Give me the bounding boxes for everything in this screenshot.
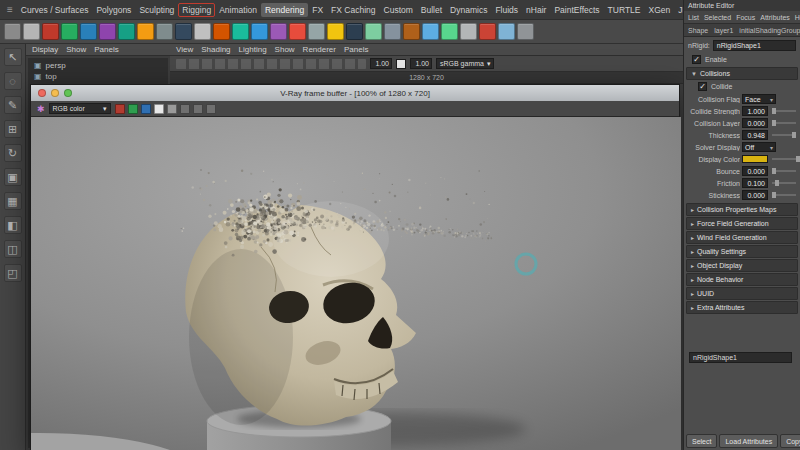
shelf-tool-icon[interactable] (441, 23, 458, 40)
render-view-toolbar-icons[interactable] (176, 59, 366, 69)
bounce-field[interactable]: 0.000 (742, 166, 768, 176)
shelf-tab[interactable]: FX Caching (327, 3, 379, 17)
stickiness-field[interactable]: 0.000 (742, 190, 768, 200)
shelf-tool-icon[interactable] (213, 23, 230, 40)
outliner-menu-item[interactable]: Show (66, 45, 86, 54)
shelf-tool-icon[interactable] (517, 23, 534, 40)
ae-section-header[interactable]: ▸ UUID (686, 287, 798, 300)
channel-dropdown[interactable]: RGB color ▾ (49, 103, 111, 114)
ae-section-header[interactable]: ▸ Extra Attributes (686, 301, 798, 314)
render-view-menu-item[interactable]: Lighting (239, 45, 267, 54)
layout-two-pane-icon[interactable]: ◧ (4, 216, 22, 234)
shelf-tool-icon[interactable] (99, 23, 116, 40)
ae-tab[interactable]: initialShadingGroup (739, 27, 800, 34)
shelf-tab[interactable]: Curves / Surfaces (17, 3, 93, 17)
green-channel-icon[interactable] (128, 104, 138, 114)
shelf-tool-icon[interactable] (498, 23, 515, 40)
shelf-tool-icon[interactable] (346, 23, 363, 40)
layout-four-pane-icon[interactable]: ◰ (4, 264, 22, 282)
shelf-tool-icon[interactable] (365, 23, 382, 40)
shelf-tool-icon[interactable] (327, 23, 344, 40)
enable-checkbox[interactable]: ✓ (692, 55, 701, 64)
lasso-tool-icon[interactable]: ◌ (4, 72, 22, 90)
outliner-menu-item[interactable]: Display (32, 45, 58, 54)
ae-menu-item[interactable]: Attributes (760, 14, 790, 21)
ae-menu-item[interactable]: Focus (736, 14, 755, 21)
save-image-icon[interactable] (180, 104, 190, 114)
alpha-channel-icon[interactable] (154, 104, 164, 114)
blue-channel-icon[interactable] (141, 104, 151, 114)
display-color-slider[interactable] (770, 154, 798, 164)
friction-field[interactable]: 0.100 (742, 178, 768, 188)
shelf-tool-icon[interactable] (460, 23, 477, 40)
thickness-slider[interactable] (770, 130, 798, 140)
collisions-section-header[interactable]: ▼ Collisions (686, 67, 798, 80)
collide-strength-slider[interactable] (770, 106, 798, 116)
shelf-tab[interactable]: XGen (645, 3, 675, 17)
paint-select-tool-icon[interactable]: ✎ (4, 96, 22, 114)
layout-split-icon[interactable]: ◫ (4, 240, 22, 258)
collide-strength-field[interactable]: 1.000 (742, 106, 768, 116)
select-tool-icon[interactable]: ↖ (4, 48, 22, 66)
shelf-tool-icon[interactable] (4, 23, 21, 40)
ae-button[interactable]: Select (686, 434, 717, 448)
ae-menu-item[interactable]: Selected (704, 14, 731, 21)
shelf-tool-icon[interactable] (61, 23, 78, 40)
friction-slider[interactable] (770, 178, 798, 188)
shelf-tool-icon[interactable] (118, 23, 135, 40)
shelf-tab[interactable]: FX (308, 3, 327, 17)
shelf-tab[interactable]: TURTLE (604, 3, 645, 17)
outliner-item[interactable]: ▣ persp (28, 60, 168, 71)
thickness-field[interactable]: 0.948 (742, 130, 768, 140)
menu-icon[interactable]: ≡ (3, 4, 17, 15)
ae-section-header[interactable]: ▸ Collision Properties Maps (686, 203, 798, 216)
clear-image-icon[interactable] (193, 104, 203, 114)
ae-tab[interactable]: layer1 (714, 27, 733, 34)
ae-section-header[interactable]: ▸ Object Display (686, 259, 798, 272)
scale-tool-icon[interactable]: ▣ (4, 168, 22, 186)
shelf-tab[interactable]: Animation (215, 3, 261, 17)
maximize-icon[interactable] (64, 89, 72, 97)
collide-checkbox[interactable]: ✓ (698, 82, 707, 91)
node-name-field[interactable]: nRigidShape1 (713, 40, 796, 51)
shelf-tool-icon[interactable] (251, 23, 268, 40)
ae-menu-item[interactable]: Help (795, 14, 800, 21)
exposure-field[interactable]: 1.00 (410, 58, 432, 69)
stickiness-slider[interactable] (770, 190, 798, 200)
ae-section-header[interactable]: ▸ Quality Settings (686, 245, 798, 258)
shelf-tab[interactable]: Rendering (261, 3, 308, 17)
gamma-field[interactable]: 1.00 (370, 58, 392, 69)
shelf-tab[interactable]: JF_handySWtch (674, 3, 683, 17)
ae-menu-item[interactable]: List (688, 14, 699, 21)
vfb-title-bar[interactable]: V-Ray frame buffer - [100% of 1280 x 720… (31, 85, 679, 101)
ae-button[interactable]: Copy (780, 434, 800, 448)
display-color-swatch[interactable] (396, 59, 406, 69)
notes-node-field[interactable]: nRigidShape1 (689, 352, 792, 363)
collision-layer-slider[interactable] (770, 118, 798, 128)
ae-tab[interactable]: Shape (688, 27, 708, 34)
move-tool-icon[interactable]: ⊞ (4, 120, 22, 138)
shelf-tool-icon[interactable] (403, 23, 420, 40)
shelf-tool-icon[interactable] (308, 23, 325, 40)
shelf-tab[interactable]: nHair (522, 3, 550, 17)
shelf-tab[interactable]: Sculpting (135, 3, 178, 17)
mono-channel-icon[interactable] (167, 104, 177, 114)
shelf-tab[interactable]: PaintEffects (550, 3, 603, 17)
layout-single-icon[interactable]: ▦ (4, 192, 22, 210)
rotate-tool-icon[interactable]: ↻ (4, 144, 22, 162)
color-management-dropdown[interactable]: sRGB gamma ▾ (436, 58, 494, 69)
shelf-tool-icon[interactable] (175, 23, 192, 40)
shelf-tab[interactable]: Fluids (491, 3, 522, 17)
shelf-tool-icon[interactable] (232, 23, 249, 40)
shelf-tool-icon[interactable] (384, 23, 401, 40)
shelf-tool-icon[interactable] (479, 23, 496, 40)
shelf-tool-icon[interactable] (422, 23, 439, 40)
solver-display-dropdown[interactable]: Off ▾ (742, 142, 776, 152)
shelf-tool-icon[interactable] (194, 23, 211, 40)
shelf-tool-icon[interactable] (156, 23, 173, 40)
shelf-tab[interactable]: Rigging (178, 3, 215, 17)
render-view-menu-item[interactable]: Show (275, 45, 295, 54)
shelf-tool-icon[interactable] (137, 23, 154, 40)
shelf-tab[interactable]: Polygons (92, 3, 135, 17)
shelf-tool-icon[interactable] (42, 23, 59, 40)
